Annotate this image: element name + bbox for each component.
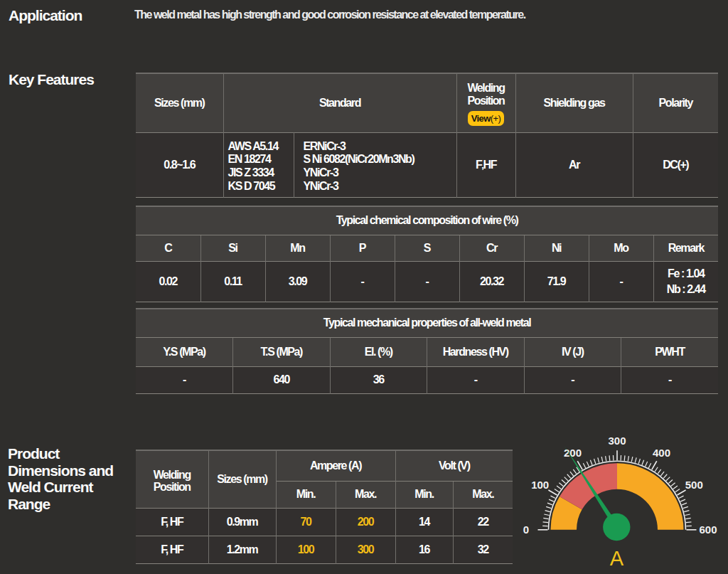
- svg-text:0: 0: [523, 523, 529, 536]
- svg-text:500: 500: [685, 479, 703, 491]
- svg-text:400: 400: [653, 447, 670, 459]
- svg-text:A: A: [610, 547, 624, 570]
- svg-text:200: 200: [564, 447, 582, 459]
- svg-text:300: 300: [608, 435, 626, 447]
- svg-text:100: 100: [531, 479, 549, 491]
- svg-text:600: 600: [699, 523, 717, 536]
